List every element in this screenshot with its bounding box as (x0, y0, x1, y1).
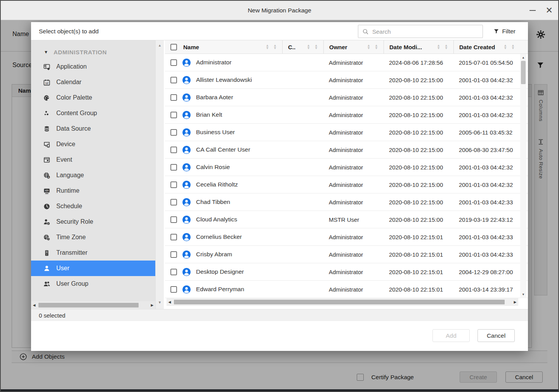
row-checkbox[interactable] (170, 164, 177, 171)
table-row[interactable]: Calvin Rosie Administrator 2020-08-10 22… (165, 159, 528, 176)
table-row[interactable]: Administrator Administrator 2024-08-06 1… (165, 54, 528, 71)
table-row[interactable]: Barbara Aoter Administrator 2020-08-10 2… (165, 89, 528, 106)
scrollbar-thumb[interactable] (38, 303, 139, 307)
table-row[interactable]: Chad Tibben Administrator 2020-08-10 22:… (165, 193, 528, 211)
row-checkbox[interactable] (170, 199, 177, 205)
sidebar-item-label: Data Source (56, 125, 91, 132)
sidebar-item[interactable]: Schedule (31, 199, 155, 214)
row-certified (282, 193, 323, 211)
row-date-modified: 2020-08-10 22:15:01 (384, 281, 453, 298)
table-row[interactable]: Cecelia Ritholtz Administrator 2020-08-1… (165, 176, 528, 193)
sort-controls[interactable]: ▲▼▲▼ (307, 44, 319, 50)
sidebar-section-administration[interactable]: ▼ ADMINISTRATION (31, 45, 155, 59)
table-row[interactable]: Allister Lewandowski Administrator 2020-… (165, 71, 528, 89)
sidebar-item[interactable]: Event (31, 152, 155, 168)
row-checkbox[interactable] (170, 129, 177, 136)
user-avatar-icon (182, 163, 191, 172)
row-name: Business User (196, 129, 235, 136)
sort-controls[interactable]: ▲▼▲▼ (503, 44, 516, 50)
row-owner: Administrator (323, 106, 384, 123)
row-certified (282, 211, 323, 228)
sidebar-item[interactable]: User (31, 261, 155, 276)
row-certified (282, 263, 323, 280)
sidebar-vertical-scrollbar[interactable]: ▲ ▼ (155, 40, 164, 309)
row-checkbox[interactable] (170, 216, 177, 223)
row-owner: Administrator (323, 176, 384, 193)
row-name: Crisby Abram (196, 251, 232, 258)
select-all-checkbox[interactable] (170, 44, 177, 50)
row-date-created: 2001-01-03 04:42:32 (453, 159, 520, 176)
scrollbar-thumb[interactable] (174, 300, 505, 304)
sidebar-item[interactable]: Data Source (31, 121, 155, 136)
row-checkbox[interactable] (170, 94, 177, 101)
row-checkbox[interactable] (170, 286, 177, 293)
sidebar-item[interactable]: Application (31, 59, 155, 74)
row-name: Edward Perryman (196, 286, 244, 293)
table-horizontal-scrollbar[interactable]: ◀ ▶ (167, 298, 518, 306)
scroll-up-icon[interactable]: ▲ (520, 56, 526, 59)
search-box[interactable] (358, 25, 483, 38)
calendar-icon: 12 (43, 79, 50, 86)
table-row[interactable]: Business User Administrator 2020-08-10 2… (165, 124, 528, 141)
sidebar-item[interactable]: Time Zone (31, 230, 155, 245)
scroll-left-icon[interactable]: ◀ (31, 303, 37, 307)
sidebar-item[interactable]: Transmitter (31, 245, 155, 261)
sidebar-item[interactable]: Content Group (31, 105, 155, 121)
row-certified (282, 281, 323, 298)
table-vertical-scrollbar[interactable]: ▲ ▼ (520, 54, 526, 298)
search-input[interactable] (372, 28, 479, 35)
sidebar-item[interactable]: A Language (31, 168, 155, 183)
table-row[interactable]: Edward Perryman Administrator 2020-08-10… (165, 281, 528, 298)
user-avatar-icon (182, 250, 191, 259)
user-icon (43, 265, 50, 272)
sidebar-horizontal-scrollbar[interactable]: ◀ ▶ (31, 301, 155, 309)
color-palette-icon (43, 94, 50, 102)
row-checkbox[interactable] (170, 77, 177, 83)
table-row[interactable]: CA Call Center User Administrator 2020-0… (165, 141, 528, 159)
scroll-up-icon[interactable]: ▲ (156, 43, 164, 47)
row-checkbox[interactable] (170, 234, 177, 240)
close-icon[interactable]: ✕ (546, 7, 553, 14)
row-checkbox[interactable] (170, 112, 177, 118)
table-row[interactable]: Cloud Analytics MSTR User 2020-08-10 22:… (165, 211, 528, 228)
sidebar-item[interactable]: User Group (31, 276, 155, 292)
row-checkbox[interactable] (170, 269, 177, 275)
row-checkbox[interactable] (170, 59, 177, 66)
table-row[interactable]: Brian Kelt Administrator 2020-08-10 22:1… (165, 106, 528, 124)
scroll-down-icon[interactable]: ▼ (156, 300, 164, 304)
scroll-left-icon[interactable]: ◀ (167, 300, 173, 304)
sort-controls[interactable]: ▲▼▲▼ (367, 44, 380, 50)
row-checkbox[interactable] (170, 181, 177, 188)
sidebar-item-label: Schedule (56, 203, 82, 210)
scrollbar-thumb[interactable] (521, 61, 526, 84)
sort-controls[interactable]: ▲▼▲▼ (266, 44, 278, 50)
row-date-modified: 2020-08-10 22:15:01 (384, 263, 453, 280)
scroll-right-icon[interactable]: ▶ (149, 303, 155, 307)
row-checkbox[interactable] (170, 147, 177, 153)
minimize-icon[interactable] (529, 10, 536, 11)
sidebar-item[interactable]: </> Runtime (31, 183, 155, 199)
table-rows: Administrator Administrator 2024-08-06 1… (165, 54, 528, 298)
sidebar-item[interactable]: 12 Calendar (31, 74, 155, 90)
row-owner: MSTR User (323, 211, 384, 228)
table-row[interactable]: Cornelius Becker Administrator 2020-08-1… (165, 228, 528, 246)
scroll-down-icon[interactable]: ▼ (520, 293, 526, 296)
scroll-right-icon[interactable]: ▶ (512, 300, 518, 304)
title-bar: New Migration Package ✕ (1, 1, 558, 20)
event-icon (43, 156, 50, 164)
sidebar-item[interactable]: Color Palette (31, 90, 155, 105)
row-owner: Administrator (323, 124, 384, 141)
sidebar-item[interactable]: Device (31, 136, 155, 152)
svg-text:12: 12 (45, 82, 49, 85)
sort-controls[interactable]: ▲▼▲▼ (437, 44, 450, 50)
row-name: Desktop Designer (196, 268, 244, 275)
table-row[interactable]: Desktop Designer Administrator 2020-08-1… (165, 263, 528, 281)
filter-button[interactable]: Filter (493, 22, 516, 40)
row-name: Cornelius Becker (196, 233, 242, 240)
row-date-created: 2001-01-03 04:42:32 (453, 71, 520, 88)
table-row[interactable]: Crisby Abram Administrator 2020-08-10 22… (165, 246, 528, 263)
row-checkbox[interactable] (170, 251, 177, 258)
sidebar-item[interactable]: Security Role (31, 214, 155, 230)
cancel-button[interactable]: Cancel (477, 329, 515, 342)
add-button[interactable]: Add (432, 329, 470, 342)
